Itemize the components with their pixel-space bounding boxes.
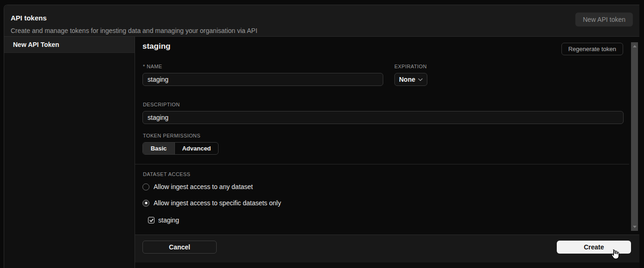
permissions-tab-advanced[interactable]: Advanced bbox=[175, 143, 218, 154]
radio-label: Allow ingest access to any dataset bbox=[154, 183, 253, 190]
drawer-header: API tokens Create and manage tokens for … bbox=[4, 5, 639, 37]
radio-label: Allow ingest access to specific datasets… bbox=[154, 199, 281, 207]
token-name-heading: staging bbox=[142, 42, 170, 51]
radio-specific-datasets[interactable]: Allow ingest access to specific datasets… bbox=[142, 199, 281, 207]
regenerate-token-button[interactable]: Regenerate token bbox=[561, 43, 623, 55]
sidebar-item-new-api-token[interactable]: New API Token bbox=[4, 37, 135, 53]
create-button[interactable]: Create bbox=[557, 241, 631, 254]
token-list-sidebar: New API Token bbox=[4, 37, 135, 268]
expiration-value: None bbox=[399, 76, 415, 83]
chevron-down-icon bbox=[418, 78, 423, 81]
description-input[interactable] bbox=[142, 111, 624, 124]
permissions-tab-basic[interactable]: Basic bbox=[143, 143, 174, 154]
token-permissions-label: TOKEN PERMISSIONS bbox=[143, 133, 200, 138]
permissions-segmented-control: Basic Advanced bbox=[142, 142, 219, 155]
description-label: DESCRIPTION bbox=[143, 102, 180, 107]
radio-selected-icon[interactable] bbox=[142, 200, 149, 207]
expiration-select[interactable]: None bbox=[394, 73, 427, 86]
name-label: * NAME bbox=[143, 64, 162, 69]
dataset-access-label: DATASET ACCESS bbox=[143, 171, 190, 177]
page-title: API tokens bbox=[11, 14, 47, 22]
dataset-checkbox-row[interactable]: staging bbox=[148, 216, 179, 224]
name-input[interactable] bbox=[142, 73, 383, 86]
token-form: staging Regenerate token * NAME EXPIRATI… bbox=[135, 37, 639, 235]
radio-any-dataset[interactable]: Allow ingest access to any dataset bbox=[142, 183, 253, 190]
checkbox-checked-icon[interactable] bbox=[148, 217, 155, 223]
dataset-checkbox-label: staging bbox=[158, 216, 179, 224]
token-detail-panel: staging Regenerate token * NAME EXPIRATI… bbox=[135, 37, 639, 268]
section-divider bbox=[135, 164, 629, 164]
api-tokens-drawer: API tokens Create and manage tokens for … bbox=[4, 5, 639, 268]
footer-bottom-strip bbox=[135, 262, 639, 268]
page-subtitle: Create and manage tokens for ingesting d… bbox=[11, 27, 258, 34]
scrollbar-up-icon[interactable] bbox=[633, 45, 637, 47]
form-footer: Cancel Create bbox=[135, 235, 639, 262]
new-api-token-button[interactable]: New API token bbox=[575, 13, 633, 26]
cancel-button[interactable]: Cancel bbox=[142, 241, 217, 254]
vertical-scrollbar[interactable] bbox=[631, 42, 638, 231]
radio-icon[interactable] bbox=[142, 183, 149, 190]
expiration-label: EXPIRATION bbox=[394, 64, 427, 69]
scrollbar-down-icon[interactable] bbox=[633, 226, 637, 228]
check-icon bbox=[149, 218, 154, 222]
